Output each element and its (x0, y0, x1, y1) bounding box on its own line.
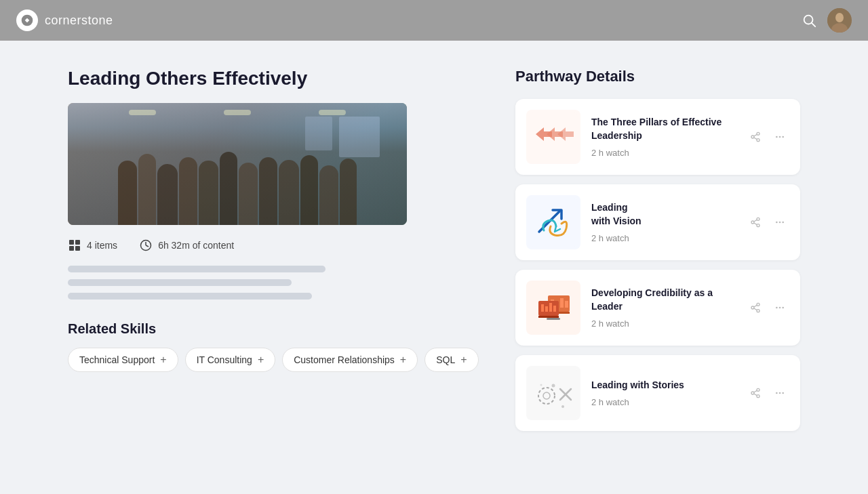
page-title: Leading Others Effectively (68, 68, 488, 89)
main-content: Leading Others Effectively (27, 41, 841, 468)
svg-point-25 (757, 224, 760, 227)
loading-bar-1 (68, 266, 326, 272)
svg-point-19 (776, 136, 778, 138)
svg-point-50 (776, 307, 778, 309)
svg-point-29 (779, 222, 781, 224)
svg-point-24 (751, 221, 754, 224)
skill-label: IT Consulting (197, 354, 252, 365)
svg-rect-39 (538, 316, 559, 318)
course-duration-3: 2 h watch (591, 318, 735, 329)
course-card-3: Developing Credibility as a Leader 2 h w… (515, 270, 800, 346)
svg-rect-40 (541, 304, 544, 312)
svg-point-14 (757, 132, 760, 135)
svg-point-63 (757, 395, 760, 398)
skill-label: Technical Support (79, 354, 155, 365)
more-button-4[interactable] (770, 384, 789, 403)
svg-point-67 (779, 392, 781, 394)
svg-rect-7 (75, 240, 80, 245)
svg-point-61 (757, 388, 760, 391)
skill-tag-technical-support[interactable]: Technical Support + (68, 348, 178, 372)
header-actions (802, 8, 852, 33)
more-button-2[interactable] (770, 213, 789, 232)
svg-point-51 (779, 307, 781, 309)
svg-line-49 (754, 305, 757, 307)
more-button-3[interactable] (770, 298, 789, 317)
svg-point-16 (757, 139, 760, 142)
course-name-2: Leadingwith Vision (591, 201, 735, 228)
more-button-1[interactable] (770, 127, 789, 146)
course-name-3: Developing Credibility as a Leader (591, 287, 735, 313)
skill-add-icon: + (258, 354, 264, 366)
skill-add-icon: + (400, 354, 406, 366)
content-duration: 6h 32m of content (158, 240, 234, 251)
share-button-4[interactable] (746, 384, 765, 403)
course-thumbnail-3 (526, 281, 580, 335)
svg-point-62 (751, 392, 754, 394)
duration-meta: 6h 32m of content (139, 239, 234, 252)
svg-rect-8 (69, 246, 74, 251)
skill-label: SQL (436, 354, 455, 365)
skills-grid: Technical Support + IT Consulting + Cust… (68, 348, 488, 372)
course-thumbnail-2 (526, 195, 580, 249)
svg-point-28 (776, 222, 778, 224)
course-duration-4: 2 h watch (591, 397, 735, 407)
skill-tag-it-consulting[interactable]: IT Consulting + (185, 348, 276, 372)
course-info-2: Leadingwith Vision 2 h watch (591, 201, 735, 243)
svg-point-59 (561, 405, 564, 408)
svg-point-20 (779, 136, 781, 138)
svg-rect-37 (565, 301, 568, 308)
course-info-3: Developing Credibility as a Leader 2 h w… (591, 287, 735, 329)
svg-rect-53 (529, 369, 578, 417)
svg-point-23 (757, 218, 760, 220)
user-avatar[interactable] (827, 8, 852, 33)
share-button-2[interactable] (746, 213, 765, 232)
svg-line-12 (146, 245, 149, 247)
skill-tag-customer-relationships[interactable]: Customer Relationships + (282, 348, 418, 372)
logo: cornerstone (16, 9, 113, 31)
svg-point-58 (552, 384, 555, 388)
course-actions-4 (746, 384, 789, 403)
skill-label: Customer Relationships (294, 354, 395, 365)
course-card-4: Leading with Stories 2 h watch (515, 355, 800, 431)
svg-line-18 (754, 134, 757, 136)
svg-point-4 (835, 13, 844, 22)
svg-point-15 (751, 136, 754, 138)
course-card-1: The Three Pillars of Effective Leadershi… (515, 99, 800, 175)
svg-point-30 (782, 222, 784, 224)
svg-line-2 (812, 23, 815, 26)
svg-point-46 (751, 306, 754, 309)
svg-point-47 (757, 310, 760, 312)
loading-bar-3 (68, 293, 312, 300)
skill-add-icon: + (460, 354, 467, 366)
svg-rect-43 (553, 306, 556, 312)
left-column: Leading Others Effectively (68, 68, 488, 440)
svg-point-52 (782, 307, 784, 309)
grid-icon (68, 239, 81, 252)
skill-add-icon: + (160, 354, 166, 366)
svg-rect-44 (547, 318, 560, 320)
svg-line-64 (754, 394, 757, 396)
share-button-3[interactable] (746, 298, 765, 317)
svg-line-27 (754, 220, 757, 222)
search-button[interactable] (802, 13, 816, 28)
svg-line-26 (754, 223, 757, 225)
svg-rect-22 (529, 198, 578, 247)
svg-line-48 (754, 308, 757, 310)
items-meta: 4 items (68, 239, 117, 252)
svg-point-66 (776, 392, 778, 394)
course-actions-3 (746, 298, 789, 317)
course-card-2: Leadingwith Vision 2 h watch (515, 184, 800, 260)
course-name-1: The Three Pillars of Effective Leadershi… (591, 116, 735, 142)
items-count: 4 items (87, 240, 117, 251)
share-button-1[interactable] (746, 127, 765, 146)
right-column: Parthway Details The Three Pillars of Ef… (515, 68, 800, 440)
clock-icon (139, 239, 153, 252)
course-thumbnail-1 (526, 110, 580, 164)
pathway-title: Parthway Details (515, 68, 800, 85)
related-skills-title: Related Skills (68, 321, 488, 337)
svg-rect-36 (560, 298, 564, 308)
header: cornerstone (0, 0, 868, 41)
skill-tag-sql[interactable]: SQL + (425, 348, 478, 372)
svg-rect-6 (69, 240, 74, 245)
course-info-4: Leading with Stories 2 h watch (591, 379, 735, 408)
